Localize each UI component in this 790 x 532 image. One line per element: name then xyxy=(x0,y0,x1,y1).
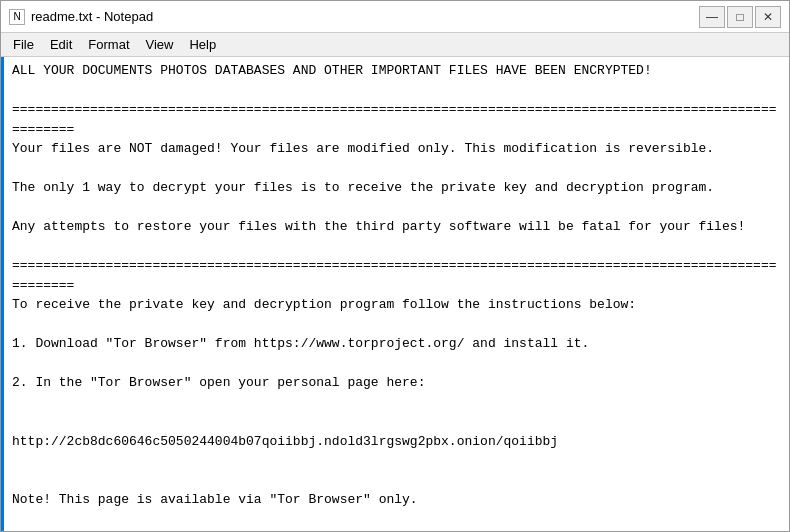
menu-format[interactable]: Format xyxy=(80,35,137,54)
window-title: readme.txt - Notepad xyxy=(31,9,153,24)
title-bar: N readme.txt - Notepad — □ ✕ xyxy=(1,1,789,33)
editor-content: ALL YOUR DOCUMENTS PHOTOS DATABASES AND … xyxy=(12,61,781,531)
notepad-window: N readme.txt - Notepad — □ ✕ File Edit F… xyxy=(0,0,790,532)
app-icon: N xyxy=(9,9,25,25)
menu-view[interactable]: View xyxy=(138,35,182,54)
window-controls: — □ ✕ xyxy=(699,6,781,28)
minimize-button[interactable]: — xyxy=(699,6,725,28)
text-editor-area[interactable]: ALL YOUR DOCUMENTS PHOTOS DATABASES AND … xyxy=(1,57,789,531)
maximize-button[interactable]: □ xyxy=(727,6,753,28)
menu-file[interactable]: File xyxy=(5,35,42,54)
close-button[interactable]: ✕ xyxy=(755,6,781,28)
title-bar-left: N readme.txt - Notepad xyxy=(9,9,153,25)
app-icon-letter: N xyxy=(13,11,20,22)
menu-edit[interactable]: Edit xyxy=(42,35,80,54)
menu-bar: File Edit Format View Help xyxy=(1,33,789,57)
menu-help[interactable]: Help xyxy=(181,35,224,54)
